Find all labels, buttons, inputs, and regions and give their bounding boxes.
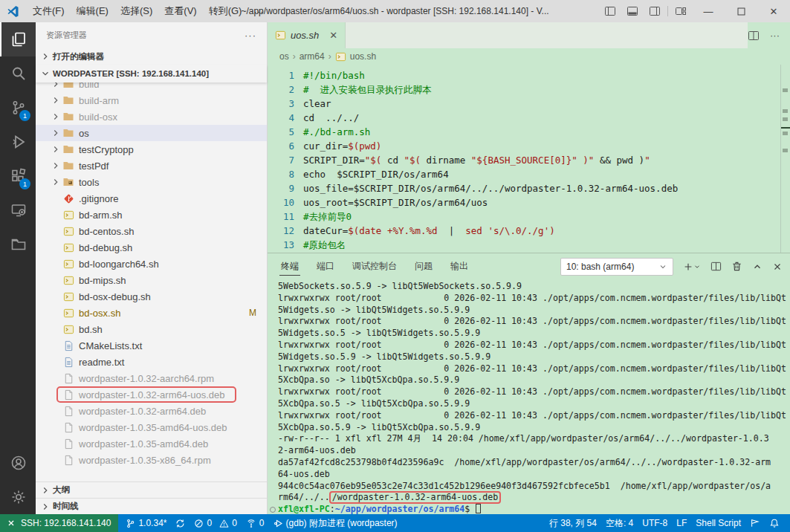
editor-scrollbar[interactable] [780, 65, 790, 253]
tree-item-bd-debug.sh[interactable]: bd-debug.sh [36, 239, 267, 256]
panel-tab-输出[interactable]: 输出 [449, 258, 470, 276]
tree-item-wordpaster-1.0.35-amd64-uos.deb[interactable]: wordpaster-1.0.35-amd64-uos.deb [36, 419, 267, 435]
panel-tab-调试控制台[interactable]: 调试控制台 [351, 258, 398, 276]
menu-item-2[interactable]: 选择(S) [114, 0, 158, 22]
status-item[interactable]: 0 [242, 518, 269, 528]
status-item[interactable] [765, 518, 784, 528]
activitybar-files-icon[interactable] [0, 22, 36, 56]
activitybar-source-control-icon[interactable]: 1 [0, 91, 36, 125]
split-editor-icon[interactable] [748, 30, 760, 42]
tree-item-testCryptopp[interactable]: testCryptopp [36, 141, 267, 158]
tree-item-wordpaster-1.0.32-arm64-uos.deb[interactable]: wordpaster-1.0.32-arm64-uos.deb [36, 386, 267, 403]
status-item[interactable]: 空格: 4 [601, 517, 638, 530]
status-left: 1.0.34*000(gdb) 附加进程 (wordpaster) [121, 517, 401, 530]
open-editors-section[interactable]: 打开的编辑器 [36, 48, 267, 65]
toggle-sidebar-icon[interactable] [599, 0, 621, 22]
maximize-button[interactable] [725, 0, 757, 22]
bottom-panel: 终端端口调试控制台问题输出 10: bash (arm64) 5WebSocke… [268, 253, 790, 514]
terminal-output[interactable]: 5WebSockets.so.5.9 -> libQt5WebSockets.s… [268, 279, 790, 514]
explorer-more-actions-icon[interactable]: ··· [245, 30, 256, 41]
activitybar-search-icon[interactable] [0, 56, 36, 91]
menu-item-0[interactable]: 文件(F) [27, 0, 71, 22]
terminal-text: 5WebSockets.so.5.9 -> libQt5WebSockets.s… [278, 281, 522, 291]
activitybar-folder-library-icon[interactable] [0, 227, 36, 262]
activitybar-settings-gear-icon[interactable] [0, 480, 36, 514]
tree-item-build-osx[interactable]: build-osx [36, 108, 267, 125]
tree-item-label: wordpaster-1.0.35-x86_64.rpm [79, 455, 211, 466]
activitybar-account-icon[interactable] [0, 446, 36, 480]
status-item[interactable]: Shell Script [691, 518, 745, 528]
customize-layout-icon[interactable] [670, 0, 692, 22]
tree-item-bd-osx.sh[interactable]: bd-osx.shM [36, 305, 267, 321]
chevron-right-icon [40, 51, 51, 62]
tree-item-bd-loongarch64.sh[interactable]: bd-loongarch64.sh [36, 256, 267, 272]
tree-item-build[interactable]: build [36, 82, 267, 92]
terminal-row: 5XcbQpa.so.5 -> libQt5XcbQpa.so.5.9.9 [278, 398, 790, 410]
tree-item-readme.txt[interactable]: readme.txt [36, 354, 267, 370]
close-button[interactable]: ✕ [757, 0, 790, 22]
code-line: SCRIPT_DIR="$( cd "$( dirname "${BASH_SO… [303, 153, 678, 167]
kill-terminal-icon[interactable] [731, 261, 742, 272]
breadcrumb-item-arm64[interactable]: arm64 [300, 51, 325, 62]
tree-item-bd.sh[interactable]: bd.sh [36, 321, 267, 337]
activitybar-remote-explorer-icon[interactable] [0, 193, 36, 227]
menu-bar: 文件(F)编辑(E)选择(S)查看(V)转到(G)··· [27, 0, 269, 22]
code-line: cd ../../ [303, 111, 678, 125]
status-item-label: 空格: 4 [606, 517, 633, 530]
tree-item-label: bd.sh [79, 324, 103, 335]
tree-item-testPdf[interactable]: testPdf [36, 158, 267, 174]
close-panel-icon[interactable] [772, 262, 783, 272]
status-item[interactable]: LF [672, 518, 691, 528]
tree-item-os[interactable]: os [36, 125, 267, 141]
outline-section[interactable]: 大纲 [36, 481, 267, 498]
line-number: 8 [268, 167, 294, 181]
tree-item-CMakeLists.txt[interactable]: CMakeLists.txt [36, 337, 267, 354]
shell-icon [63, 259, 74, 270]
tree-item-wordpaster-1.0.32-aarch64.rpm[interactable]: wordpaster-1.0.32-aarch64.rpm [36, 370, 267, 386]
code-editor[interactable]: 12345678910111213 #!/bin/bash# 进入安装包目录执行… [268, 65, 790, 253]
code-token: sed 's/\.0/./g') [465, 225, 554, 236]
breadcrumb-item-os[interactable]: os [279, 51, 289, 62]
remote-indicator[interactable]: SSH: 192.168.141.140 [0, 514, 118, 532]
status-item-label: 1.0.34* [138, 518, 166, 528]
status-item[interactable]: 1.0.34* [121, 518, 171, 528]
tree-item-.gitignore[interactable]: .gitignore [36, 190, 267, 207]
breadcrumb-item-uos.sh[interactable]: uos.sh [350, 51, 376, 62]
tree-item-bd-osx-debug.sh[interactable]: bd-osx-debug.sh [36, 288, 267, 305]
tree-item-bd-arm.sh[interactable]: bd-arm.sh [36, 207, 267, 223]
editor-more-actions-icon[interactable]: ··· [770, 30, 780, 41]
tree-item-wordpaster-1.0.35-amd64.deb[interactable]: wordpaster-1.0.35-amd64.deb [36, 435, 267, 452]
status-item[interactable]: UTF-8 [638, 518, 672, 528]
minimize-button[interactable]: — [692, 0, 725, 22]
panel-tab-终端[interactable]: 终端 [279, 258, 300, 276]
status-item[interactable] [171, 519, 190, 528]
menu-item-3[interactable]: 查看(V) [158, 0, 202, 22]
code-token: | [438, 225, 466, 236]
toggle-panel-icon[interactable] [621, 0, 644, 22]
menu-item-1[interactable]: 编辑(E) [71, 0, 114, 22]
activitybar-extensions-icon[interactable]: 1 [0, 159, 36, 193]
new-terminal-icon[interactable] [683, 262, 701, 272]
panel-tab-端口[interactable]: 端口 [315, 258, 336, 276]
split-terminal-icon[interactable] [710, 261, 722, 272]
tree-item-tools[interactable]: tools [36, 174, 267, 190]
terminal-selector[interactable]: 10: bash (arm64) [560, 258, 673, 276]
tree-item-wordpaster-1.0.35-x86_64.rpm[interactable]: wordpaster-1.0.35-x86_64.rpm [36, 452, 267, 468]
toggle-secondary-sidebar-icon[interactable] [644, 0, 666, 22]
maximize-panel-icon[interactable] [752, 262, 763, 272]
tab-uos-sh[interactable]: uos.sh ✕ [268, 22, 346, 48]
activitybar-run-debug-icon[interactable] [0, 125, 36, 159]
tab-close-icon[interactable]: ✕ [329, 30, 337, 41]
status-item[interactable]: (gdb) 附加进程 (wordpaster) [269, 517, 402, 530]
vscode-logo-icon [7, 5, 19, 18]
panel-tab-问题[interactable]: 问题 [413, 258, 434, 276]
tree-item-bd-mips.sh[interactable]: bd-mips.sh [36, 272, 267, 288]
status-item[interactable]: 行 38, 列 54 [545, 517, 601, 530]
timeline-section[interactable]: 时间线 [36, 498, 267, 514]
tree-item-wordpaster-1.0.32-arm64.deb[interactable]: wordpaster-1.0.32-arm64.deb [36, 403, 267, 419]
tree-item-build-arm[interactable]: build-arm [36, 92, 267, 108]
status-item[interactable]: 00 [190, 518, 241, 528]
status-item[interactable] [745, 518, 765, 528]
tree-item-bd-centos.sh[interactable]: bd-centos.sh [36, 223, 267, 239]
workspace-root-section[interactable]: WORDPASTER [SSH: 192.168.141.140] [36, 65, 267, 82]
